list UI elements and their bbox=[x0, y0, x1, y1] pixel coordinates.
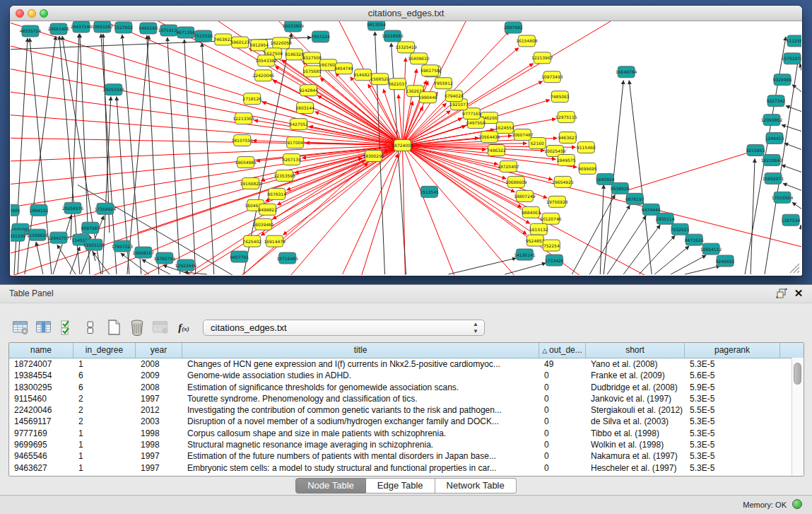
graph-node[interactable]: 1112584 bbox=[787, 35, 801, 47]
graph-node[interactable]: 6961758 bbox=[420, 65, 440, 76]
graph-node[interactable]: 1990448 bbox=[418, 92, 437, 103]
graph-node[interactable]: 10654112 bbox=[700, 243, 722, 255]
table-cell[interactable]: 5.3E-5 bbox=[685, 462, 780, 474]
window-titlebar[interactable]: citations_edges.txt bbox=[10, 6, 802, 21]
table-cell[interactable]: 1998 bbox=[136, 428, 182, 439]
table-row[interactable]: 969969511998Structural magnetic resonanc… bbox=[9, 439, 804, 450]
graph-node[interactable]: 9538928 bbox=[611, 182, 630, 194]
graph-node[interactable]: 7486322 bbox=[487, 145, 506, 156]
graph-node[interactable]: 17016504 bbox=[772, 192, 794, 203]
table-cell[interactable]: 49 bbox=[539, 358, 586, 370]
graph-node[interactable]: 22420046 bbox=[252, 70, 274, 81]
graph-node[interactable]: 16914479 bbox=[264, 235, 286, 247]
graph-node[interactable]: 7955812 bbox=[434, 78, 453, 89]
table-cell[interactable]: 19384554 bbox=[9, 370, 73, 381]
scrollbar-thumb[interactable] bbox=[794, 363, 801, 385]
table-cell[interactable]: Genome-wide association studies in ADHD. bbox=[182, 370, 539, 381]
table-cell[interactable]: 0 bbox=[539, 450, 586, 462]
table-cell[interactable]: 1998 bbox=[136, 439, 182, 450]
graph-node[interactable]: 1244413 bbox=[765, 133, 784, 144]
table-row[interactable]: 1938455462009Genome-wide association stu… bbox=[9, 370, 804, 381]
table-cell[interactable]: 5.3E-5 bbox=[685, 416, 780, 427]
table-cell[interactable]: 0 bbox=[539, 404, 586, 416]
table-cell[interactable]: 1 bbox=[73, 428, 136, 439]
table-row[interactable]: 1830029562008Estimation of significance … bbox=[9, 382, 804, 393]
graph-node[interactable]: 12213967 bbox=[531, 52, 553, 64]
network-graph[interactable]: 4935572420691406204371481065328715276026… bbox=[11, 21, 801, 275]
graph-node[interactable]: 9329966 bbox=[773, 74, 792, 86]
graph-node[interactable]: 9146821 bbox=[353, 69, 372, 81]
graph-node[interactable]: 1615132 bbox=[529, 223, 548, 235]
table-cell[interactable]: Hescheler et al. (1997) bbox=[586, 462, 685, 474]
graph-node[interactable]: 15716485 bbox=[276, 252, 298, 264]
graph-node[interactable]: 9499822 bbox=[258, 204, 277, 215]
table-row[interactable]: 2242004622012Investigating the contribut… bbox=[9, 404, 804, 416]
graph-node[interactable]: 1568520 bbox=[370, 74, 389, 85]
table-cell[interactable]: 1 bbox=[73, 450, 136, 462]
table-cell[interactable]: Stergiakouli et al. (2012) bbox=[586, 404, 685, 416]
graph-node[interactable]: 18720407 bbox=[498, 160, 519, 172]
graph-node[interactable]: 9097587 bbox=[81, 222, 100, 233]
graph-node[interactable]: 6794028 bbox=[445, 90, 464, 102]
graph-node[interactable]: 9884067 bbox=[522, 206, 541, 218]
graph-node[interactable]: 16210643 bbox=[761, 154, 783, 165]
table-cell[interactable]: 2008 bbox=[136, 382, 182, 393]
graph-node[interactable]: 6466160 bbox=[139, 23, 158, 34]
graph-node[interactable]: 17957223 bbox=[112, 240, 134, 252]
table-cell[interactable]: 5.3E-5 bbox=[685, 428, 780, 439]
graph-node[interactable]: 18807249 bbox=[514, 190, 536, 201]
graph-node[interactable]: 19756928 bbox=[546, 196, 568, 207]
graph-node[interactable]: 10120746 bbox=[540, 213, 562, 224]
table-cell[interactable]: Tourette syndrome. Phenomenology and cla… bbox=[182, 393, 539, 404]
graph-node[interactable]: 1527602 bbox=[114, 22, 134, 33]
table-cell[interactable]: 6 bbox=[73, 370, 136, 381]
graph-node[interactable]: 20053346 bbox=[103, 84, 125, 95]
graph-node[interactable]: 1894152 bbox=[30, 204, 49, 216]
table-cell[interactable]: 2008 bbox=[136, 358, 182, 370]
graph-node[interactable]: 8215953 bbox=[746, 145, 765, 156]
graph-node[interactable]: 20691406 bbox=[48, 23, 70, 35]
table-cell[interactable]: 5.3E-5 bbox=[685, 358, 780, 370]
table-cell[interactable]: 1 bbox=[73, 462, 136, 474]
graph-node[interactable]: 19654985 bbox=[235, 156, 257, 168]
table-cell[interactable]: 2 bbox=[73, 404, 136, 416]
graph-node[interactable]: 8427552 bbox=[289, 119, 308, 130]
table-cell[interactable]: 0 bbox=[539, 462, 586, 474]
graph-node[interactable]: 8813054 bbox=[367, 21, 386, 30]
graph-node[interactable]: 16782759 bbox=[154, 252, 176, 264]
graph-node[interactable]: 10973493 bbox=[541, 71, 563, 83]
column-header-title[interactable]: title bbox=[182, 343, 539, 358]
column-header-pagerank[interactable]: pagerank bbox=[685, 343, 780, 358]
table-cell[interactable]: Jankovic et al. (1997) bbox=[586, 393, 685, 404]
column-header-out-de-[interactable]: △out_de... bbox=[539, 343, 586, 358]
graph-node[interactable]: 7857224 bbox=[311, 31, 330, 42]
table-cell[interactable]: 0 bbox=[539, 382, 586, 393]
graph-node[interactable]: 752254 bbox=[543, 240, 560, 251]
graph-node[interactable]: 10653287 bbox=[92, 21, 114, 33]
table-cell[interactable]: 0 bbox=[539, 416, 586, 427]
graph-node[interactable]: 20206576 bbox=[62, 202, 84, 214]
graph-node[interactable]: 4671358 bbox=[176, 27, 195, 38]
graph-node[interactable]: 2718126 bbox=[242, 93, 261, 105]
table-cell[interactable]: Wolkin et al. (1998) bbox=[586, 439, 685, 450]
table-cell[interactable]: Franke et al. (2009) bbox=[586, 370, 685, 381]
table-cell[interactable]: 5.9E-5 bbox=[685, 382, 780, 393]
graph-node[interactable]: 17359924 bbox=[95, 203, 117, 214]
tab-network-table[interactable]: Network Table bbox=[435, 478, 517, 493]
table-cell[interactable]: Dudbridge et al. (2008) bbox=[586, 382, 685, 393]
graph-node[interactable]: 9245652 bbox=[716, 255, 735, 267]
table-cell[interactable]: Nakamura et al. (1997) bbox=[586, 450, 685, 462]
table-cell[interactable]: Disruption of a novel member of a sodium… bbox=[182, 416, 539, 427]
graph-node[interactable]: 9115460 bbox=[577, 142, 596, 153]
table-cell[interactable]: 6 bbox=[73, 382, 136, 393]
graph-node[interactable]: 16409610 bbox=[408, 53, 430, 64]
table-cell[interactable]: 5.6E-5 bbox=[685, 370, 780, 381]
table-cell[interactable]: 9777169 bbox=[9, 428, 73, 439]
table-cell[interactable]: 2003 bbox=[136, 416, 182, 427]
float-panel-icon[interactable] bbox=[775, 288, 788, 299]
function-builder-button[interactable]: f(x) bbox=[173, 318, 194, 337]
graph-node[interactable]: 19166827 bbox=[240, 177, 261, 189]
table-cell[interactable]: 0 bbox=[539, 439, 586, 450]
table-cell[interactable]: 1997 bbox=[136, 462, 182, 474]
graph-node[interactable]: 9457791 bbox=[230, 251, 249, 262]
